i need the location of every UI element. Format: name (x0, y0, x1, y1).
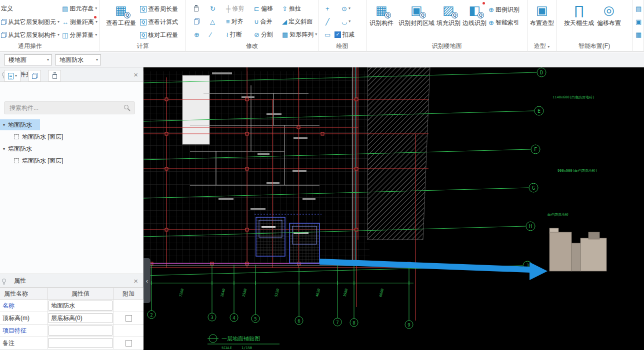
axis-letter: D (540, 70, 543, 75)
check-quantity-label: 核对工程量 (148, 31, 178, 39)
extra-checkbox[interactable] (126, 315, 132, 322)
copy-elements-from-layer-button[interactable]: 从其它层复制图元▾ (1, 17, 60, 26)
property-value-input[interactable]: 层底标高(0) (48, 313, 112, 323)
define-slope-button[interactable]: ◢定义斜面 (282, 17, 312, 26)
copy-component-button[interactable] (28, 70, 41, 82)
recognize-component-button[interactable]: ▦Q 识别构件 (370, 3, 394, 27)
trim-button[interactable]: ┼修剪 (226, 4, 244, 13)
view-perimeter-button[interactable]: Q查看周长量 (140, 4, 178, 13)
save-element-label: 图元存盘 (70, 4, 94, 13)
deduct-checkbox[interactable]: 扣减 (334, 30, 354, 39)
clipped-tool-button[interactable]: ▤ (636, 4, 642, 13)
split-icon: ⊘ (254, 31, 260, 38)
ribbon-group-recognize: ▦Q 识别构件 ▣Q 识别封闭区域 ▨Q 填充识别 ◧Q 边线识别 ⊕图例识别 … (366, 0, 528, 52)
checkbox-checked-icon[interactable] (334, 31, 341, 38)
scale-label: SCALE (222, 346, 232, 350)
ribbon-group-calc: ▦Q 查看工程量 Q查看周长量 Q查看计算式 Q核对工程量 计算 (100, 0, 186, 52)
fill-recognize-button[interactable]: ▨Q 填充识别 (436, 3, 460, 27)
rotate-button[interactable]: ↻ (210, 4, 216, 13)
chevron-down-icon: ▾ (548, 44, 550, 49)
property-value-input[interactable] (48, 338, 112, 348)
ribbon: 定义 从其它层复制图元▾ 从其它层复制构件▾ ▤图元存盘▾ ↔测量距离▾ ◫分屏… (0, 0, 644, 52)
panel-collapse-handle[interactable]: ‹ (144, 258, 150, 303)
tree-item-floor-waterproof-layer[interactable]: 地面防水 [面层] (0, 131, 71, 142)
edge-recognize-button[interactable]: ◧Q 边线识别 (462, 3, 486, 27)
circle-tool-button[interactable]: ⊙▾ (342, 4, 350, 13)
component-select[interactable]: 地面防水▾ (55, 54, 101, 65)
edge-recognize-icon: ◧Q (468, 3, 482, 17)
delete-component-button[interactable] (48, 70, 61, 82)
property-value-input[interactable]: 地面防水 (48, 301, 112, 311)
search-input[interactable] (4, 101, 135, 114)
mirror-button[interactable]: △ (210, 17, 215, 26)
view-quantity-label: 查看工程量 (105, 19, 137, 27)
property-name-header: 属性名称 (0, 288, 48, 300)
tree-item-wall-waterproof-layer[interactable]: 墙面防水 [面层] (0, 155, 71, 166)
offset-label: 偏移 (261, 4, 273, 13)
chevron-down-icon: ▾ (95, 33, 97, 37)
move-button[interactable]: ⊕ (194, 30, 200, 39)
rect-tool-button[interactable]: ▭ (324, 30, 330, 39)
extra-checkbox[interactable] (126, 340, 132, 347)
align-icon: ≡ (226, 18, 230, 25)
clipped-tool-button[interactable]: ▦ (636, 30, 642, 39)
line-tool-button[interactable]: ╱ (326, 17, 330, 26)
search-icon[interactable] (124, 105, 128, 109)
extend-button[interactable]: ∕ (210, 30, 211, 39)
magnifier-q-icon: Q (420, 12, 426, 18)
arc-tool-button[interactable]: ◡▾ (342, 17, 350, 26)
trash-icon (52, 74, 57, 79)
split-screen-button[interactable]: ◫分屏算量▾ (62, 30, 97, 39)
magnifier-q-icon: Q (478, 12, 484, 18)
offset-button[interactable]: ⊏偏移 (254, 4, 273, 13)
axis-number: 3 (210, 315, 213, 320)
check-quantity-button[interactable]: Q核对工程量 (140, 30, 178, 39)
recognize-closed-region-label: 识别封闭区域 (398, 19, 434, 27)
edge-recognize-label: 边线识别 (462, 19, 486, 27)
tree-item-label: 墙面防水 (8, 145, 32, 153)
category-select-value: 楼地面 (8, 56, 26, 64)
merge-button[interactable]: ∪合并 (254, 17, 272, 26)
break-button[interactable]: ≀打断 (226, 30, 242, 39)
tree-item-wall-waterproof[interactable]: ▾ 墙面防水 (0, 143, 40, 154)
generate-by-ceiling-button[interactable]: ∏ 按天棚生成 (564, 3, 594, 27)
chevron-down-icon: ▾ (15, 74, 17, 78)
recognize-closed-region-button[interactable]: ▣Q 识别封闭区域 (398, 3, 434, 27)
ribbon-group-modify: ↻ ┼修剪 ⊏偏移 ⇧推拉 △ ≡对齐 ∪合并 ◢定义斜面 ⊕ ∕ ≀打断 ⊘分… (186, 0, 318, 52)
layout-shape-button[interactable]: ▣ 布置造型 (530, 3, 554, 27)
property-value-input[interactable] (48, 326, 112, 336)
tree-expander-icon[interactable]: ▾ (0, 122, 8, 127)
point-tool-button[interactable]: + (326, 4, 330, 13)
property-value-cell: 层底标高(0) (48, 312, 114, 325)
copy-button[interactable] (194, 17, 200, 26)
save-element-button[interactable]: ▤图元存盘▾ (62, 4, 97, 13)
view-formula-button[interactable]: Q查看计算式 (140, 17, 178, 26)
tool-icon: ▣ (636, 18, 642, 25)
property-value-header: 属性值 (48, 288, 114, 300)
new-component-button[interactable]: ▾ (4, 70, 21, 82)
legend-recognize-button[interactable]: ⊕图例识别 (488, 5, 520, 14)
tree-item-floor-waterproof[interactable]: ▾ 地面防水 (0, 119, 40, 130)
split-button[interactable]: ⊘分割 (254, 30, 273, 39)
ribbon-group-clipped: ▤ ▣ ▦ (632, 0, 644, 52)
pin-icon[interactable] (2, 279, 6, 283)
close-icon[interactable]: × (134, 71, 138, 78)
offset-layout-button[interactable]: ◎ 偏移布置 (597, 3, 621, 27)
align-button[interactable]: ≡对齐 (226, 17, 244, 26)
split-label: 分割 (261, 30, 273, 39)
close-icon[interactable]: × (134, 277, 138, 285)
copy-components-from-layer-button[interactable]: 从其它层复制构件▾ (1, 30, 60, 39)
define-button[interactable]: 定义 (1, 4, 13, 13)
trim-label: 修剪 (232, 4, 244, 13)
push-pull-button[interactable]: ⇧推拉 (282, 4, 301, 13)
category-select[interactable]: 楼地面▾ (4, 54, 52, 65)
cad-drawing-canvas[interactable]: D E F G H J 2 3 4 5 6 7 8 9 7260 2640 25… (144, 67, 644, 350)
clipped-tool-button[interactable]: ▣ (636, 17, 642, 26)
view-quantity-button[interactable]: ▦Q 查看工程量 (105, 3, 137, 27)
group-label-shape[interactable]: 造型 ▾ (528, 42, 556, 50)
delete-button[interactable] (194, 4, 198, 13)
measure-distance-button[interactable]: ↔测量距离▾ (62, 17, 98, 26)
rect-array-button[interactable]: ▦矩形阵列▾ (282, 30, 317, 39)
tree-expander-icon[interactable]: ▾ (0, 146, 8, 151)
smart-index-button[interactable]: ⊕智能索引 (488, 18, 520, 27)
